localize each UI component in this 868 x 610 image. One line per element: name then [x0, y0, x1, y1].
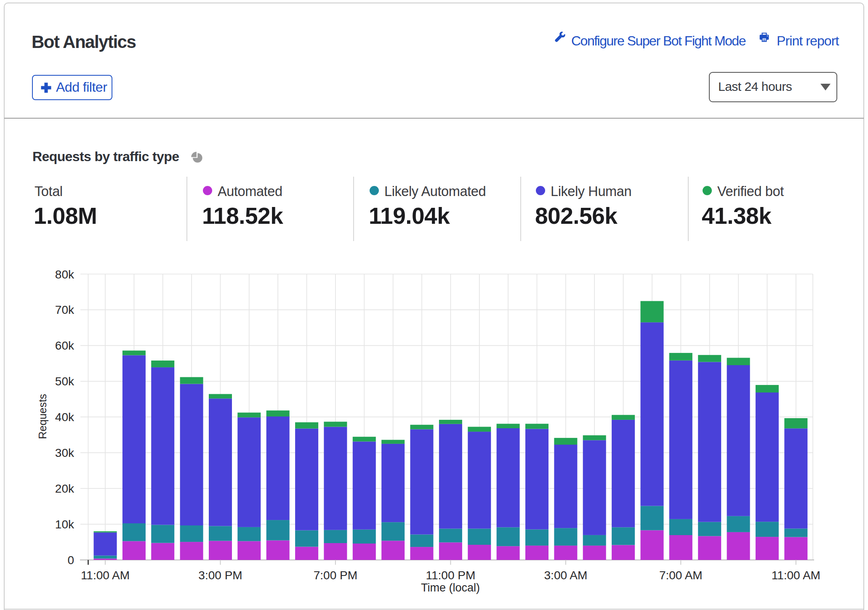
- svg-text:11:00 PM: 11:00 PM: [426, 569, 476, 582]
- svg-text:7:00 PM: 7:00 PM: [314, 569, 357, 582]
- svg-text:20k: 20k: [55, 482, 75, 495]
- svg-text:11:00 AM: 11:00 AM: [772, 569, 820, 582]
- svg-text:0: 0: [67, 554, 74, 567]
- svg-text:80k: 80k: [55, 268, 75, 281]
- svg-text:11:00 AM: 11:00 AM: [81, 569, 130, 582]
- svg-text:3:00 AM: 3:00 AM: [544, 569, 588, 582]
- svg-text:30k: 30k: [55, 446, 75, 459]
- svg-text:7:00 AM: 7:00 AM: [659, 569, 703, 582]
- svg-text:Requests: Requests: [37, 394, 48, 439]
- svg-text:Time (local): Time (local): [421, 581, 480, 594]
- svg-text:60k: 60k: [55, 339, 75, 352]
- svg-text:40k: 40k: [55, 411, 75, 424]
- svg-text:10k: 10k: [55, 518, 75, 531]
- svg-text:50k: 50k: [55, 375, 75, 388]
- svg-text:70k: 70k: [55, 303, 75, 316]
- svg-text:3:00 PM: 3:00 PM: [198, 569, 242, 582]
